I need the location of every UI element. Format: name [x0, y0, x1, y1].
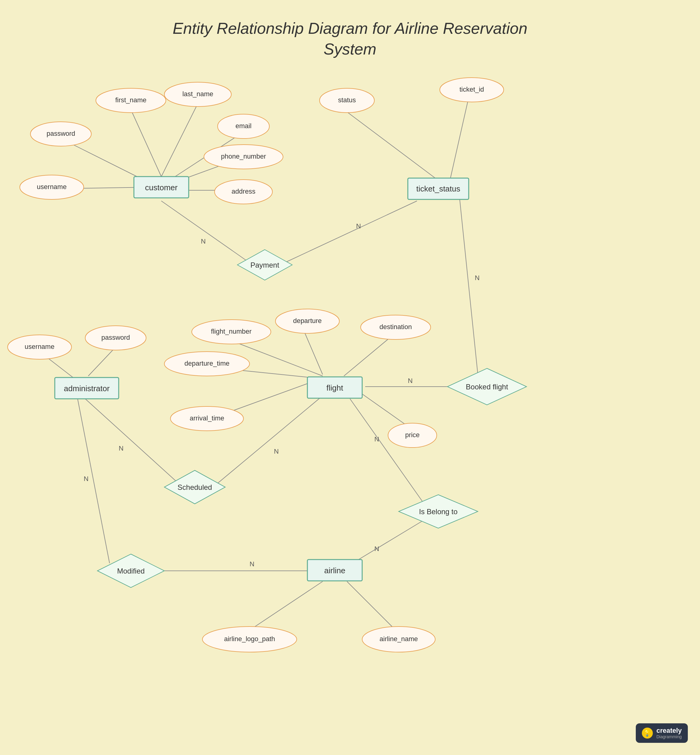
svg-text:N: N — [475, 274, 480, 281]
svg-line-17 — [344, 338, 389, 376]
svg-line-20 — [356, 390, 408, 426]
svg-text:status: status — [338, 96, 356, 104]
logo-sub: Diagramming — [656, 734, 682, 739]
svg-text:ticket_id: ticket_id — [459, 86, 484, 93]
svg-line-8 — [450, 97, 469, 178]
svg-text:Scheduled: Scheduled — [177, 483, 212, 491]
entity-flight-label: flight — [327, 383, 344, 392]
svg-text:N: N — [408, 377, 413, 385]
svg-text:Payment: Payment — [250, 261, 280, 269]
svg-text:N: N — [201, 238, 206, 245]
svg-text:first_name: first_name — [116, 96, 147, 104]
svg-line-13 — [459, 198, 478, 374]
svg-line-9 — [161, 201, 253, 265]
svg-text:Booked flight: Booked flight — [466, 383, 508, 391]
svg-text:departure: departure — [293, 317, 322, 325]
svg-line-16 — [304, 332, 323, 374]
svg-text:phone_number: phone_number — [221, 153, 266, 160]
svg-text:airline_name: airline_name — [380, 635, 418, 642]
svg-line-38 — [347, 581, 396, 630]
er-diagram: N N N N N N N N N N customer — [0, 0, 700, 755]
svg-line-37 — [250, 581, 323, 630]
svg-text:flight_number: flight_number — [211, 328, 252, 335]
svg-text:N: N — [356, 222, 361, 230]
svg-text:destination: destination — [380, 323, 412, 331]
svg-text:Is Belong to: Is Belong to — [419, 508, 458, 516]
svg-text:N: N — [274, 447, 279, 455]
svg-text:N: N — [119, 444, 123, 452]
svg-text:username: username — [37, 183, 67, 191]
svg-text:email: email — [236, 122, 252, 130]
entity-ticket-status-label: ticket_status — [416, 184, 461, 193]
creately-logo: 💡 creately Diagramming — [636, 723, 688, 743]
svg-text:airline_logo_path: airline_logo_path — [224, 635, 275, 642]
logo-bulb-icon: 💡 — [642, 728, 653, 739]
svg-text:Modified: Modified — [117, 567, 145, 575]
svg-text:price: price — [405, 431, 420, 439]
svg-text:address: address — [231, 188, 255, 195]
svg-text:N: N — [374, 545, 379, 553]
svg-text:departure_time: departure_time — [184, 360, 230, 367]
svg-text:last_name: last_name — [182, 90, 213, 98]
svg-text:password: password — [102, 334, 130, 341]
svg-text:password: password — [47, 130, 75, 137]
svg-line-35 — [350, 521, 423, 565]
svg-text:username: username — [25, 343, 55, 350]
svg-line-25 — [85, 399, 183, 487]
svg-line-29 — [78, 399, 109, 563]
svg-line-0 — [131, 109, 161, 177]
svg-text:N: N — [250, 560, 255, 568]
svg-text:arrival_time: arrival_time — [190, 414, 224, 422]
svg-text:N: N — [374, 435, 379, 443]
entity-customer-label: customer — [145, 183, 178, 192]
entity-airline-label: airline — [324, 566, 345, 575]
entity-administrator-label: administrator — [64, 384, 110, 393]
svg-line-33 — [350, 399, 423, 502]
logo-brand: creately — [656, 727, 682, 734]
svg-line-24 — [88, 347, 116, 376]
svg-text:N: N — [84, 475, 89, 483]
svg-line-7 — [344, 109, 435, 178]
svg-line-11 — [280, 201, 417, 265]
